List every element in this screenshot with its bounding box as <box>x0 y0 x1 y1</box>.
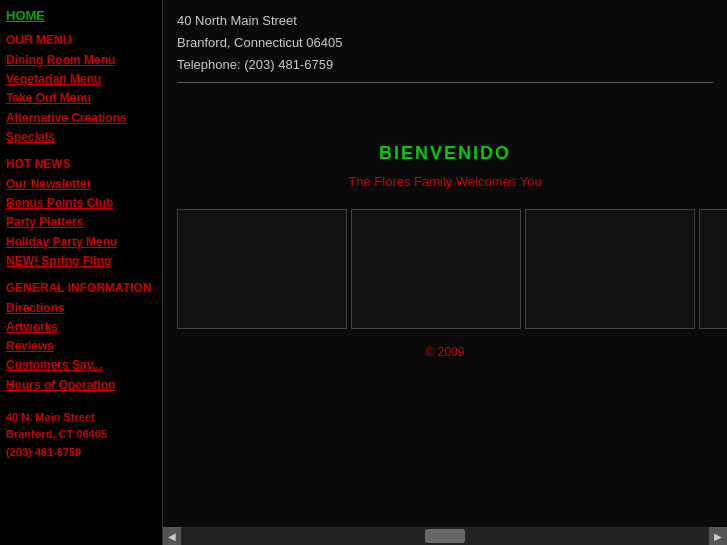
photo-box-1 <box>177 209 347 329</box>
our-menu-section-title: OUR MENU <box>6 33 156 47</box>
main-address: 40 North Main Street Branford, Connectic… <box>177 10 713 76</box>
sidebar: HOME OUR MENU Dining Room Menu Vegetaria… <box>0 0 163 545</box>
general-info-section-title: GENERAL INFORMATION <box>6 281 156 295</box>
photo-box-4 <box>699 209 727 329</box>
sidebar-item-vegetarian-menu[interactable]: Vegetarian Menu <box>6 70 156 89</box>
photo-row <box>177 209 713 329</box>
sidebar-item-alternative-creations[interactable]: Alternative Creations <box>6 109 156 128</box>
photo-box-3 <box>525 209 695 329</box>
sidebar-item-directions[interactable]: Directions <box>6 299 156 318</box>
sidebar-item-hours-of-operation[interactable]: Hours of Operation <box>6 376 156 395</box>
sidebar-item-our-newsletter[interactable]: Our Newsletter <box>6 175 156 194</box>
sidebar-item-party-platters[interactable]: Party Platters <box>6 213 156 232</box>
main-address-line2: Branford, Connecticut 06405 <box>177 32 713 54</box>
bienvenido-heading: BIENVENIDO <box>177 143 713 164</box>
sidebar-item-bonus-points-club[interactable]: Bonus Points Club <box>6 194 156 213</box>
sidebar-item-customers-say[interactable]: Customers Say... <box>6 356 156 375</box>
copyright: © 2009 <box>177 345 713 359</box>
hot-news-section-title: HOT NEWS <box>6 157 156 171</box>
sidebar-item-dining-room-menu[interactable]: Dining Room Menu <box>6 51 156 70</box>
scroll-right-arrow[interactable]: ▶ <box>709 527 727 545</box>
scroll-thumb[interactable] <box>425 529 465 543</box>
main-address-line3: Telephone: (203) 481-6759 <box>177 54 713 76</box>
horizontal-scrollbar[interactable]: ◀ ▶ <box>163 527 727 545</box>
sidebar-item-take-out-menu[interactable]: Take Out Menu <box>6 89 156 108</box>
sidebar-address-line3: (203) 481-6759 <box>6 444 156 462</box>
sidebar-item-reviews[interactable]: Reviews <box>6 337 156 356</box>
sidebar-address: 40 N. Main Street Branford, CT 06405 (20… <box>6 409 156 462</box>
sidebar-address-line1: 40 N. Main Street <box>6 409 156 427</box>
main-address-line1: 40 North Main Street <box>177 10 713 32</box>
photo-box-2 <box>351 209 521 329</box>
main-divider <box>177 82 713 83</box>
sidebar-item-holiday-party-menu[interactable]: Holiday Party Menu <box>6 233 156 252</box>
sidebar-item-artworks[interactable]: Artworks <box>6 318 156 337</box>
sidebar-item-specials[interactable]: Specials <box>6 128 156 147</box>
welcome-text: The Flores Family Welcomes You <box>177 174 713 189</box>
main-content: 40 North Main Street Branford, Connectic… <box>163 0 727 545</box>
sidebar-address-line2: Branford, CT 06405 <box>6 426 156 444</box>
scroll-left-arrow[interactable]: ◀ <box>163 527 181 545</box>
sidebar-item-new-spring-fling[interactable]: NEW! Spring Fling <box>6 252 156 271</box>
scroll-track[interactable] <box>181 527 709 545</box>
sidebar-home-link[interactable]: HOME <box>6 8 156 23</box>
